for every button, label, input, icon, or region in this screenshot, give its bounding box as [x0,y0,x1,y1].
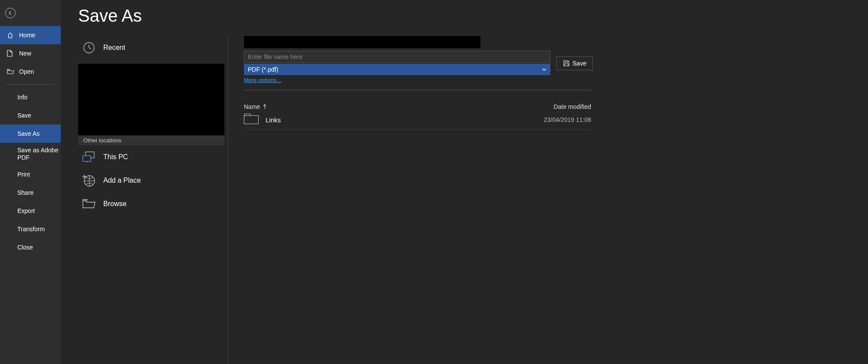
file-date: 23/04/2019 11:08 [522,116,591,123]
locations-panel: Recent Other locations This PC Add a Pla… [78,36,228,364]
home-icon [7,32,15,39]
nav-home[interactable]: Home [0,26,61,44]
filename-input[interactable] [244,51,550,63]
sidebar-divider [7,84,54,85]
nav-export[interactable]: Export [0,202,61,220]
nav-save[interactable]: Save [0,106,61,125]
location-this-pc-label: This PC [103,153,128,161]
main-area: Save As Recent Other locations This PC [61,0,868,364]
chevron-down-icon [542,68,546,71]
save-button[interactable]: Save [556,56,593,70]
nav-info[interactable]: Info [0,88,61,106]
file-list-header: Name Date modified [244,103,591,110]
svg-rect-2 [83,156,91,161]
nav-print[interactable]: Print [0,165,61,184]
back-button[interactable] [0,0,61,26]
folder-open-icon [7,69,15,75]
file-type-value: PDF (*.pdf) [248,66,278,73]
file-name: Links [266,116,522,124]
location-browse[interactable]: Browse [78,192,224,216]
nav-close[interactable]: Close [0,238,61,256]
nav-transform-label: Transform [17,226,45,233]
clock-icon [82,41,95,54]
other-locations-label: Other locations [78,135,224,145]
nav-save-as[interactable]: Save As [0,125,61,143]
location-recent[interactable]: Recent [78,36,224,59]
columns: Recent Other locations This PC Add a Pla… [78,36,868,364]
location-browse-label: Browse [103,200,126,208]
back-arrow-icon [5,8,16,18]
nav-open[interactable]: Open [0,62,61,81]
nav-open-label: Open [19,68,34,75]
folder-icon [244,115,259,124]
this-pc-icon [82,151,95,164]
detail-divider [244,90,591,90]
page-title: Save As [78,6,868,26]
app-root: Home New Open Info Save Save As Save as … [0,0,868,364]
filename-row [244,51,550,63]
nav-save-as-adobe-label: Save as Adobe PDF [17,147,61,162]
nav-share-label: Share [17,189,33,196]
location-recent-label: Recent [103,44,125,52]
location-add-place-label: Add a Place [103,177,141,184]
location-add-place[interactable]: Add a Place [78,169,224,192]
path-bar[interactable] [244,36,480,48]
nav-close-label: Close [17,244,33,251]
more-options-link[interactable]: More options... [244,77,281,83]
column-name-header[interactable]: Name [244,103,522,110]
nav-save-as-label: Save As [17,130,39,137]
nav-share[interactable]: Share [0,184,61,202]
column-date-label: Date modified [554,103,591,110]
file-type-dropdown[interactable]: PDF (*.pdf) [244,64,550,75]
nav-export-label: Export [17,207,35,214]
save-disk-icon [563,60,570,67]
nav-save-label: Save [17,112,31,119]
nav-home-label: Home [19,32,35,39]
recent-preview-area [78,64,224,135]
document-icon [7,50,15,57]
nav-transform[interactable]: Transform [0,220,61,238]
nav-new[interactable]: New [0,44,61,62]
sort-arrow-up-icon [263,104,267,109]
column-name-label: Name [244,103,260,110]
nav-print-label: Print [17,171,30,178]
nav-info-label: Info [17,94,27,101]
folder-icon [82,197,95,210]
column-date-header[interactable]: Date modified [522,103,591,110]
file-row[interactable]: Links 23/04/2019 11:08 [244,110,591,130]
nav-new-label: New [19,50,31,57]
detail-panel: PDF (*.pdf) Save More options... [228,36,868,364]
location-this-pc[interactable]: This PC [78,145,224,169]
backstage-sidebar: Home New Open Info Save Save As Save as … [0,0,61,364]
save-button-label: Save [572,60,586,67]
globe-plus-icon [82,174,95,187]
type-row: PDF (*.pdf) Save [244,64,842,75]
nav-save-as-adobe[interactable]: Save as Adobe PDF [0,143,61,165]
